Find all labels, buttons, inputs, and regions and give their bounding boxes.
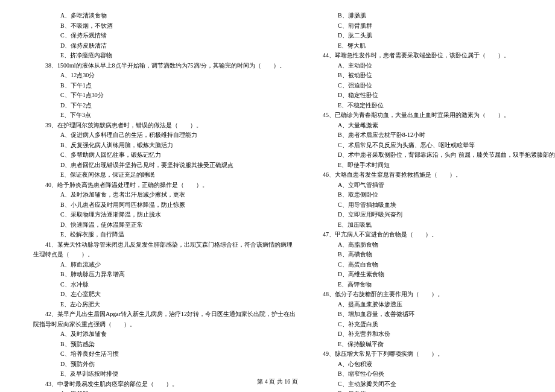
document-columns: A、多吃清淡食物B、不吸烟，不饮酒C、保持乐观情绪D、保持皮肤清洁E、挤净痤疮内… xyxy=(0,11,555,373)
option-line: B、增加血容量，改善微循环 xyxy=(302,309,537,320)
question-line: 39、在护理阿尔茨海默病患者时，错误的做法是（ ）。 xyxy=(24,121,259,131)
option-line: D、下午2点 xyxy=(24,101,259,111)
option-line: B、小儿患者应及时用阿司匹林降温，防止惊厥 xyxy=(24,200,259,210)
option-line: A、多吃清淡食物 xyxy=(24,11,259,21)
option-line: B、下午1点 xyxy=(24,81,259,91)
option-line: A、肺血流减少 xyxy=(24,260,259,270)
question-line: 40、给予肺炎高热患者降温处理时，正确的操作是（ ）。 xyxy=(24,180,259,191)
question-line: 生理特点是（ ）。 xyxy=(24,250,259,260)
option-line: D、低血压 xyxy=(302,389,537,392)
option-line: E、左心房肥大 xyxy=(24,300,259,310)
option-line: C、术后常见不良反应为头痛、恶心、呕吐或眩晕等 xyxy=(302,141,537,151)
option-line: E、加压吸氧 xyxy=(302,220,537,230)
question-line: 49、脉压增大常见于下列哪项疾病（ ）。 xyxy=(302,349,537,359)
option-line: C、多帮助病人回忆往事，锻炼记忆力 xyxy=(24,150,259,160)
option-line: C、用导管插抽吸血块 xyxy=(302,200,537,210)
option-line: D、补充营养和水份 xyxy=(302,329,537,340)
option-line: D、术中患者采取侧卧位，背部靠床沿，头向 前屈，膝关节屈曲，双手抱紧膝部的姿势 xyxy=(302,150,537,160)
option-line: E、臀大肌 xyxy=(302,41,537,51)
option-line: E、保证夜间休息，保证充足的睡眠 xyxy=(24,170,259,180)
option-line: D、患者回忆出现错误并坚持己见时，要坚持说服其接受正确观点 xyxy=(24,160,259,171)
option-line: A、促进病人多料理自己的生活，积极维持自理能力 xyxy=(24,130,259,141)
question-line: 院指导时应向家长重点强调（ ）。 xyxy=(24,320,259,330)
question-line: 42、某早产儿出生后因Apgar转入新生儿病房，治疗12好转，今日医生通知家长出… xyxy=(24,309,259,320)
option-line: D、预防外伤 xyxy=(24,359,259,370)
option-line: C、水冲脉 xyxy=(24,280,259,290)
option-line: E、不稳定性卧位 xyxy=(302,101,537,111)
option-line: A、及时添加辅食，患者出汗后减少擦拭，更衣 xyxy=(24,190,259,200)
option-line: E、下午3点 xyxy=(24,110,259,121)
option-line: A、提高血浆胶体渗透压 xyxy=(302,300,537,310)
option-line: C、采取物理方法逐渐降温，防止脱水 xyxy=(24,210,259,220)
option-line: D、左心室肥大 xyxy=(24,289,259,300)
option-line: B、高碘食物 xyxy=(302,250,537,260)
question-line: 38、1500ml的液体从早上8点半开始输，调节滴数约为75滴/分，其输完的时间… xyxy=(24,61,259,71)
option-line: D、快速降温，使体温降至正常 xyxy=(24,220,259,230)
option-line: C、保持乐观情绪 xyxy=(24,31,259,41)
question-line: 44、哮喘急性发作时，患者需要采取端坐卧位，该卧位属于（ ）。 xyxy=(302,51,537,61)
option-line: D、高维生素食物 xyxy=(302,270,537,280)
option-line: B、患者术后应去枕平卧8-12小时 xyxy=(302,130,537,141)
page-footer: 第 4 页 共 16 页 xyxy=(0,378,555,386)
question-line: 48、低分子右旋糖酐的主要作用为（ ）。 xyxy=(302,289,537,300)
option-line: B、被动卧位 xyxy=(302,71,537,81)
option-line: B、反复强化病人训练用脑，锻炼大脑活力 xyxy=(24,141,259,151)
option-line: A、大量雌激素 xyxy=(302,121,537,131)
option-line: C、补充蛋白质 xyxy=(302,320,537,330)
question-line: 45、已确诊为青春期功血，大量出血止血时宜采用的激素为（ ）。 xyxy=(302,110,537,121)
option-line: D、稳定性卧位 xyxy=(302,90,537,101)
option-line: B、预防感染 xyxy=(24,340,259,350)
option-line: A、腹斜肌 xyxy=(24,389,259,392)
option-line: A、及时添加辅食 xyxy=(24,329,259,340)
option-line: D、保持皮肤清洁 xyxy=(24,41,259,51)
option-line: E、高钾食物 xyxy=(302,280,537,290)
question-line: 47、甲亢病人不宜进食的食物是（ ）。 xyxy=(302,230,537,240)
option-line: D、肱二头肌 xyxy=(302,31,537,41)
option-line: A、主动卧位 xyxy=(302,61,537,71)
question-line: 41、某先天性动脉导管未闭患儿反复发生肺部感染，出现艾森门格综合征，符合该病情的… xyxy=(24,240,259,250)
option-line: A、立即气管插管 xyxy=(302,180,537,191)
left-column: A、多吃清淡食物B、不吸烟，不饮酒C、保持乐观情绪D、保持皮肤清洁E、挤净痤疮内… xyxy=(0,11,278,373)
option-line: E、松解衣服，自行降温 xyxy=(24,230,259,240)
option-line: C、高蛋白食物 xyxy=(302,260,537,270)
option-line: C、强迫卧位 xyxy=(302,81,537,91)
option-line: C、前臂肌群 xyxy=(302,21,537,31)
option-line: E、挤净痤疮内容物 xyxy=(24,51,259,61)
right-column: B、腓肠肌C、前臂肌群D、肱二头肌E、臀大肌44、哮喘急性发作时，患者需要采取端… xyxy=(278,11,555,373)
question-line: 46、大咯血患者发生窒息首要抢救措施是（ ）。 xyxy=(302,170,537,180)
option-line: C、培养良好生活习惯 xyxy=(24,349,259,359)
option-line: D、立即应用呼吸兴奋剂 xyxy=(302,210,537,220)
option-line: E、即使手术时间短 xyxy=(302,160,537,171)
option-line: C、下午1点30分 xyxy=(24,90,259,101)
option-line: E、保持酸碱平衡 xyxy=(302,340,537,350)
option-line: B、不吸烟，不饮酒 xyxy=(24,21,259,31)
option-line: A、12点30分 xyxy=(24,71,259,81)
option-line: A、心包积液 xyxy=(302,359,537,370)
option-line: A、高脂肪食物 xyxy=(302,240,537,250)
option-line: B、取患侧卧位 xyxy=(302,190,537,200)
option-line: B、腓肠肌 xyxy=(302,11,537,21)
option-line: B、肺动脉压力异常增高 xyxy=(24,270,259,280)
